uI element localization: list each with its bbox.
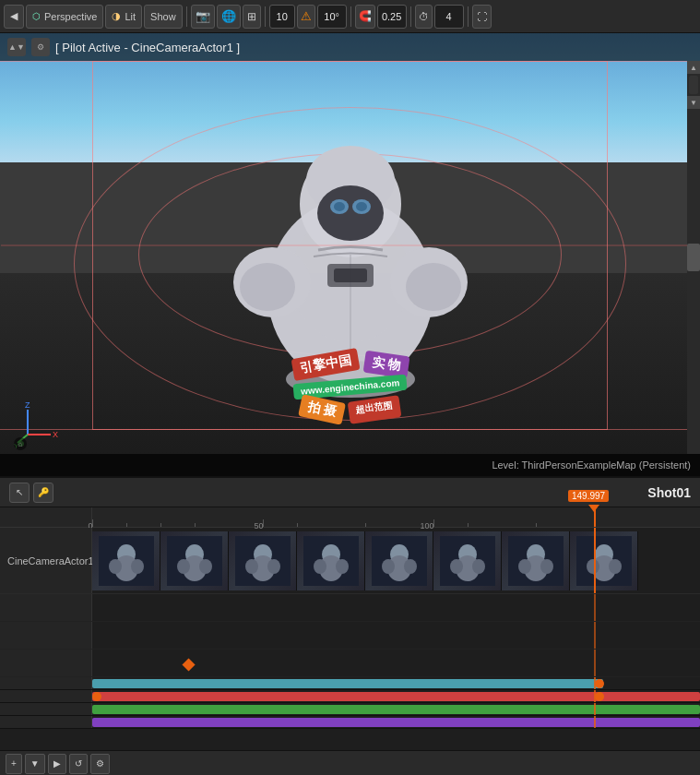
warning-icon-btn[interactable]: ⚠ (297, 5, 315, 29)
colored-track-purple (0, 716, 700, 729)
globe-tool-btn[interactable]: 🌐 (217, 5, 241, 29)
colored-track-red (0, 690, 700, 703)
viewport-settings-icon[interactable]: ⚙ (31, 38, 50, 56)
timeline-panel: ↖ 🔑 Shot01 0 (0, 476, 700, 775)
keyframe-row-1 (0, 594, 700, 622)
kf-content-2[interactable] (92, 622, 700, 649)
film-frame-1 (92, 531, 160, 590)
separator-1 (186, 6, 187, 27)
add-key-btn[interactable]: + (6, 754, 22, 774)
filmstrip-track-content[interactable] (92, 528, 700, 593)
film-frame-robot-5 (372, 536, 427, 586)
viewport-title: [ Pilot Active - CineCameraActor1 ] (55, 41, 240, 54)
kf-playhead-2 (594, 622, 596, 649)
axes-gizmo: Z X Y ⌂ (14, 402, 60, 448)
keyframe-1[interactable] (182, 658, 195, 671)
timeline-cursor-btn[interactable]: ↖ (9, 483, 30, 503)
green-bar (92, 705, 700, 714)
film-frame-robot-6 (440, 536, 495, 586)
svg-point-11 (240, 263, 295, 311)
grid-tool-btn[interactable]: ⊞ (243, 5, 261, 29)
move-value[interactable]: 0.25 (377, 5, 407, 29)
bottom-toolbar: + ▼ ▶ ↺ ⚙ (0, 750, 700, 775)
speedometer-icon: ⏱ (419, 11, 429, 22)
svg-point-5 (317, 185, 384, 241)
svg-point-44 (336, 559, 349, 574)
svg-text:Z: Z (25, 402, 30, 410)
kf-playhead-1 (594, 594, 596, 621)
angle-value[interactable]: 10° (317, 5, 347, 29)
perspective-btn[interactable]: ⬡ Perspective (26, 5, 103, 29)
ruler-playhead: 149.997 (594, 507, 596, 527)
snap-value[interactable]: 10 (269, 5, 295, 29)
camera-tool-btn[interactable]: 📷 (191, 5, 215, 29)
ct-content-4[interactable] (92, 716, 700, 728)
kf-label-3 (0, 650, 92, 676)
ct-playhead-3 (594, 703, 596, 715)
track-start-marker (92, 692, 101, 701)
snap-move-btn[interactable]: 🧲 (355, 5, 375, 29)
svg-point-33 (177, 559, 190, 574)
ruler-mark-0: 0 (92, 519, 93, 527)
scroll-down-btn[interactable]: ▼ (687, 96, 700, 109)
track-end-marker-2 (595, 692, 604, 701)
timeline-key-btn[interactable]: 🔑 (33, 483, 53, 503)
filter-btn[interactable]: ▼ (25, 754, 45, 774)
ruler-mark-50: 50 (263, 519, 264, 527)
ct-label-1 (0, 677, 92, 689)
shot-label: Shot01 (647, 485, 691, 500)
svg-point-34 (199, 559, 212, 574)
kf-content-1[interactable] (92, 594, 700, 621)
timeline-tools: ↖ 🔑 (9, 483, 53, 503)
timeline-header: ↖ 🔑 Shot01 (0, 478, 700, 507)
viewport-nav-icon[interactable]: ▲▼ (7, 38, 26, 56)
ruler-mark-minor-1 (126, 523, 127, 527)
ct-content-1[interactable] (92, 677, 700, 689)
level-status-bar: Level: ThirdPersonExampleMap (Persistent… (0, 454, 700, 476)
camera-speed-value[interactable]: 4 (434, 5, 464, 29)
ruler-mark-minor-4 (297, 523, 298, 527)
svg-point-53 (450, 559, 463, 574)
viewport: 引擎中国 实 物 www.enginechina.com 拍 摄 超出范围 ▲▼… (0, 33, 700, 476)
lit-btn[interactable]: ◑ Lit (105, 5, 142, 29)
lit-icon: ◑ (112, 10, 121, 22)
ruler-mark-minor-2 (160, 523, 161, 527)
svg-point-43 (314, 559, 326, 574)
separator-2 (265, 6, 266, 27)
ct-content-3[interactable] (92, 703, 700, 715)
svg-point-28 (109, 559, 122, 574)
maximize-btn[interactable]: ⛶ (472, 5, 492, 29)
show-btn[interactable]: Show (144, 5, 183, 29)
timeline-ruler[interactable]: 0 50 100 (0, 507, 700, 528)
grid-icon: ⊞ (247, 10, 256, 23)
viewport-bar: ▲▼ ⚙ [ Pilot Active - CineCameraActor1 ] (0, 33, 700, 61)
scroll-up-btn[interactable]: ▲ (687, 61, 700, 74)
svg-point-29 (131, 559, 144, 574)
ruler-mark-minor-7 (536, 523, 537, 527)
play-btn[interactable]: ▶ (48, 754, 66, 774)
kf-content-3[interactable] (92, 650, 700, 676)
red-bar (92, 692, 700, 701)
ruler-mark-100: 100 (433, 519, 434, 527)
ruler-mark-minor-6 (468, 523, 469, 527)
axes-home-icon[interactable]: ⌂ (18, 440, 23, 448)
ruler-marks: 0 50 100 (92, 507, 700, 527)
film-frame-7 (502, 531, 570, 590)
perspective-icon: ⬡ (32, 11, 41, 21)
viewport-scrollbar[interactable]: ▲ ▼ (687, 61, 700, 454)
colored-track-teal (0, 677, 700, 690)
loop-btn[interactable]: ↺ (69, 754, 88, 774)
svg-point-38 (245, 559, 258, 574)
colored-track-green (0, 703, 700, 716)
svg-text:X: X (53, 430, 58, 439)
magnet-icon: 🧲 (359, 10, 372, 22)
svg-point-59 (540, 559, 553, 574)
viewport-layout-btn[interactable]: ◀ (4, 5, 24, 29)
ct-label-4 (0, 716, 92, 728)
ct-content-2[interactable] (92, 690, 700, 702)
perspective-label: Perspective (44, 11, 97, 22)
camera-speed-btn[interactable]: ⏱ (415, 5, 433, 29)
svg-rect-16 (334, 268, 367, 282)
ct-label-2 (0, 690, 92, 702)
settings-btn[interactable]: ⚙ (90, 754, 110, 774)
